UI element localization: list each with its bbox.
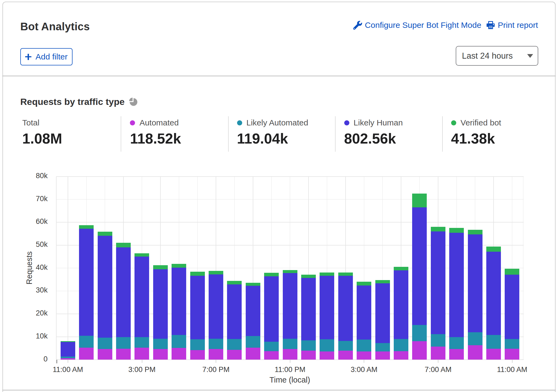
bar-9-00-pm[interactable] <box>246 283 260 360</box>
segment-automated <box>209 349 223 360</box>
bar-7-00-pm[interactable] <box>209 271 223 360</box>
segment-likely-automated <box>190 339 205 350</box>
segment-verified-bot <box>246 283 260 286</box>
v-gridline <box>523 177 524 360</box>
y-tick-label: 10k <box>26 332 48 340</box>
segment-verified-bot <box>264 273 279 276</box>
segment-likely-human <box>412 207 427 325</box>
y-tick-label: 30k <box>26 286 48 294</box>
bar-12-00-pm[interactable] <box>79 225 94 360</box>
segment-likely-automated <box>412 325 427 341</box>
y-tick-label: 20k <box>26 309 48 317</box>
bar-6-00-pm[interactable] <box>190 272 205 360</box>
segment-likely-human <box>153 269 168 338</box>
legend-dot <box>451 120 456 125</box>
stat-divider <box>442 116 443 152</box>
bar-8-00-am[interactable] <box>449 228 464 360</box>
bar-10-00-pm[interactable] <box>264 273 279 360</box>
segment-likely-human <box>172 267 186 335</box>
bar-5-00-pm[interactable] <box>172 264 186 360</box>
segment-automated <box>505 348 519 360</box>
time-range-select[interactable]: Last 24 hours <box>456 46 538 66</box>
bar-8-00-pm[interactable] <box>227 281 242 360</box>
x-tick <box>142 360 142 363</box>
segment-likely-automated <box>338 341 353 351</box>
segment-likely-automated <box>301 340 316 351</box>
bar-1-00-pm[interactable] <box>98 232 112 360</box>
segment-likely-automated <box>79 336 94 348</box>
plot-area <box>56 177 524 360</box>
bar-6-00-am[interactable] <box>412 194 427 360</box>
bar-2-00-pm[interactable] <box>116 243 131 360</box>
segment-likely-human <box>61 342 75 356</box>
add-filter-button[interactable]: Add filter <box>20 48 73 65</box>
stat-label: Total <box>22 118 39 127</box>
segment-automated <box>246 347 260 360</box>
segment-automated <box>264 351 279 360</box>
segment-likely-automated <box>116 337 131 349</box>
stat-label: Automated <box>139 118 179 127</box>
x-tick <box>290 360 290 363</box>
stats-row: Total1.08MAutomated118.52kLikely Automat… <box>0 116 558 152</box>
segment-likely-human <box>227 284 242 339</box>
bar-12-00-am[interactable] <box>301 275 316 360</box>
y-tick-label: 70k <box>26 195 48 203</box>
segment-likely-human <box>357 285 371 340</box>
segment-automated <box>449 349 464 360</box>
bar-3-00-am[interactable] <box>357 282 371 360</box>
segment-likely-automated <box>264 341 279 351</box>
segment-likely-human <box>301 278 316 340</box>
segment-verified-bot <box>134 253 149 257</box>
bar-4-00-am[interactable] <box>375 280 390 360</box>
page-title: Bot Analytics <box>20 21 90 33</box>
segment-likely-automated <box>505 339 519 348</box>
segment-likely-human <box>79 228 94 336</box>
bar-1-00-am[interactable] <box>320 273 334 360</box>
stat-value: 1.08M <box>22 130 62 147</box>
bar-11-00-am[interactable] <box>505 269 519 360</box>
bar-11-00-am[interactable] <box>61 341 75 360</box>
segment-likely-automated <box>172 335 186 348</box>
print-link-label: Print report <box>498 21 538 30</box>
x-tick-label: 11:00 AM <box>38 366 98 374</box>
segment-automated <box>227 350 242 360</box>
segment-verified-bot <box>116 243 131 247</box>
stat-value: 118.52k <box>130 130 181 147</box>
legend-dot <box>130 120 135 125</box>
segment-likely-human <box>431 231 445 334</box>
x-tick <box>364 360 364 363</box>
segment-likely-automated <box>153 338 168 349</box>
segment-likely-automated <box>209 338 223 349</box>
stat-likely-automated: Likely Automated119.04k <box>237 116 308 147</box>
segment-likely-automated <box>486 335 501 349</box>
bar-7-00-am[interactable] <box>431 227 445 360</box>
segment-automated <box>116 348 131 360</box>
segment-verified-bot <box>172 264 186 268</box>
print-report-link[interactable]: Print report <box>486 21 538 30</box>
bar-4-00-pm[interactable] <box>153 265 168 360</box>
segment-verified-bot <box>412 194 427 207</box>
segment-automated <box>412 341 427 360</box>
segment-likely-human <box>246 285 260 336</box>
bar-9-00-am[interactable] <box>468 230 482 360</box>
legend-dot <box>237 120 242 125</box>
header-links: Configure Super Bot Fight Mode Print rep… <box>353 20 538 30</box>
bar-3-00-pm[interactable] <box>134 253 149 360</box>
segment-likely-human <box>468 234 482 332</box>
configure-link-label: Configure Super Bot Fight Mode <box>365 21 481 30</box>
segment-verified-bot <box>357 282 371 285</box>
segment-verified-bot <box>79 225 94 229</box>
segment-automated <box>61 358 75 360</box>
legend-dot <box>344 120 349 125</box>
segment-automated <box>375 351 390 360</box>
stat-divider <box>228 116 229 152</box>
bar-5-00-am[interactable] <box>394 267 408 360</box>
bar-11-00-pm[interactable] <box>283 270 297 360</box>
bar-2-00-am[interactable] <box>338 273 353 360</box>
segment-likely-automated <box>227 339 242 350</box>
segment-likely-human <box>394 270 408 339</box>
bar-10-00-am[interactable] <box>486 247 501 360</box>
segment-likely-automated <box>431 334 445 347</box>
x-tick-label: 7:00 AM <box>408 366 468 374</box>
configure-super-bot-fight-mode-link[interactable]: Configure Super Bot Fight Mode <box>353 21 481 30</box>
